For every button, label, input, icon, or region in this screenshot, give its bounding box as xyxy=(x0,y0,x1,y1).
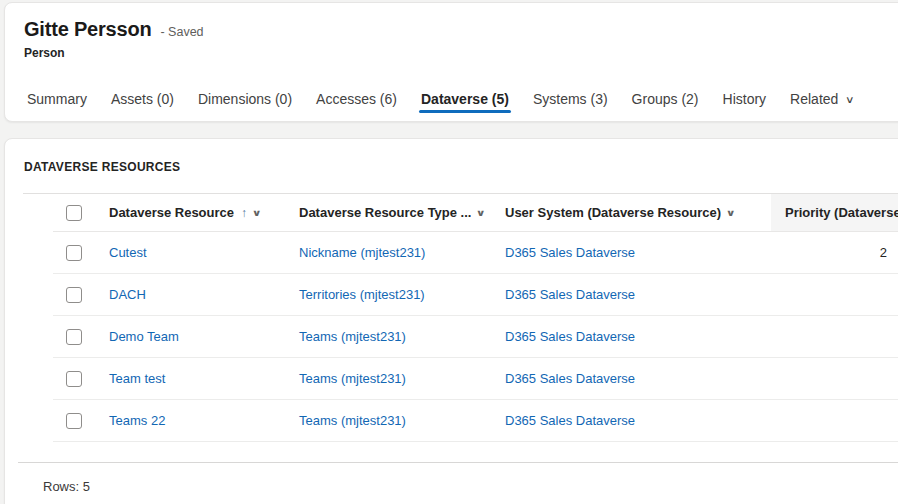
sort-ascending-icon: ↑ xyxy=(241,206,247,220)
dataverse-resource-type-link[interactable]: Teams (mjtest231) xyxy=(299,371,406,386)
dataverse-resource-type-link[interactable]: Nickname (mjtest231) xyxy=(299,245,425,260)
table-row[interactable]: Team test Teams (mjtest231) D365 Sales D… xyxy=(53,358,898,400)
tab-dataverse-5[interactable]: Dataverse (5) xyxy=(409,77,521,121)
column-header-dataverse-resource-type[interactable]: Dataverse Resource Type ... ∨ xyxy=(285,194,491,231)
entity-type-label: Person xyxy=(24,46,898,60)
row-checkbox[interactable] xyxy=(66,287,82,303)
dataverse-resource-link[interactable]: Cutest xyxy=(109,245,147,260)
user-system-link[interactable]: D365 Sales Dataverse xyxy=(505,287,635,302)
grid-empty-space xyxy=(53,442,898,462)
tab-groups-2[interactable]: Groups (2) xyxy=(620,77,711,121)
select-all-checkbox[interactable] xyxy=(66,205,82,221)
row-checkbox[interactable] xyxy=(66,371,82,387)
row-checkbox-cell xyxy=(53,245,95,261)
row-checkbox-cell xyxy=(53,413,95,429)
dataverse-resource-link[interactable]: Team test xyxy=(109,371,165,386)
dataverse-resources-grid: Dataverse Resource ↑ ∨ Dataverse Resourc… xyxy=(53,194,898,462)
tab-history[interactable]: History xyxy=(711,77,779,121)
chevron-down-icon: ∨ xyxy=(726,208,736,218)
priority-value: 2 xyxy=(771,245,898,260)
column-header-priority[interactable]: Priority (Dataverse Resource) xyxy=(771,194,898,231)
column-header-user-system[interactable]: User System (Dataverse Resource) ∨ xyxy=(491,194,771,231)
table-row[interactable]: Teams 22 Teams (mjtest231) D365 Sales Da… xyxy=(53,400,898,442)
column-header-dataverse-resource[interactable]: Dataverse Resource ↑ ∨ xyxy=(95,194,285,231)
row-checkbox-cell xyxy=(53,329,95,345)
row-checkbox[interactable] xyxy=(66,413,82,429)
tab-summary[interactable]: Summary xyxy=(15,77,99,121)
page: Gitte Persson - Saved Person Summary Ass… xyxy=(0,0,898,504)
tab-list: Summary Assets (0) Dimensions (0) Access… xyxy=(15,77,898,121)
grid-bottom-divider xyxy=(18,462,898,463)
table-row[interactable]: Demo Team Teams (mjtest231) D365 Sales D… xyxy=(53,316,898,358)
tab-related-label: Related xyxy=(790,91,838,107)
user-system-link[interactable]: D365 Sales Dataverse xyxy=(505,329,635,344)
dataverse-resource-type-link[interactable]: Teams (mjtest231) xyxy=(299,329,406,344)
user-system-link[interactable]: D365 Sales Dataverse xyxy=(505,245,635,260)
rows-count: Rows: 5 xyxy=(43,479,898,494)
row-checkbox-cell xyxy=(53,287,95,303)
row-checkbox[interactable] xyxy=(66,329,82,345)
dataverse-resource-link[interactable]: Demo Team xyxy=(109,329,179,344)
tab-dimensions-0[interactable]: Dimensions (0) xyxy=(186,77,304,121)
page-title: Gitte Persson xyxy=(24,18,151,41)
dataverse-resource-type-link[interactable]: Territories (mjtest231) xyxy=(299,287,425,302)
dataverse-resources-card: DATAVERSE RESOURCES Dataverse Resource ↑… xyxy=(4,138,898,504)
row-checkbox-cell xyxy=(53,371,95,387)
dataverse-resource-link[interactable]: Teams 22 xyxy=(109,413,165,428)
row-checkbox[interactable] xyxy=(66,245,82,261)
user-system-link[interactable]: D365 Sales Dataverse xyxy=(505,413,635,428)
grid-section-title: DATAVERSE RESOURCES xyxy=(5,139,898,174)
grid-header-row: Dataverse Resource ↑ ∨ Dataverse Resourc… xyxy=(53,194,898,232)
tab-accesses-6[interactable]: Accesses (6) xyxy=(304,77,409,121)
tab-assets-0[interactable]: Assets (0) xyxy=(99,77,186,121)
grid-body: Cutest Nickname (mjtest231) D365 Sales D… xyxy=(53,232,898,442)
dataverse-resource-link[interactable]: DACH xyxy=(109,287,146,302)
chevron-down-icon: ∨ xyxy=(476,208,486,218)
table-row[interactable]: Cutest Nickname (mjtest231) D365 Sales D… xyxy=(53,232,898,274)
save-status: - Saved xyxy=(160,25,203,39)
record-header-card: Gitte Persson - Saved Person Summary Ass… xyxy=(4,2,898,122)
active-tab-underline xyxy=(419,110,511,113)
chevron-down-icon: ∨ xyxy=(845,94,855,105)
select-all-cell xyxy=(53,194,95,231)
tab-related[interactable]: Related ∨ xyxy=(778,77,866,121)
dataverse-resource-type-link[interactable]: Teams (mjtest231) xyxy=(299,413,406,428)
user-system-link[interactable]: D365 Sales Dataverse xyxy=(505,371,635,386)
tab-systems-3[interactable]: Systems (3) xyxy=(521,77,620,121)
table-row[interactable]: DACH Territories (mjtest231) D365 Sales … xyxy=(53,274,898,316)
title-row: Gitte Persson - Saved xyxy=(5,3,898,41)
chevron-down-icon: ∨ xyxy=(252,208,262,218)
